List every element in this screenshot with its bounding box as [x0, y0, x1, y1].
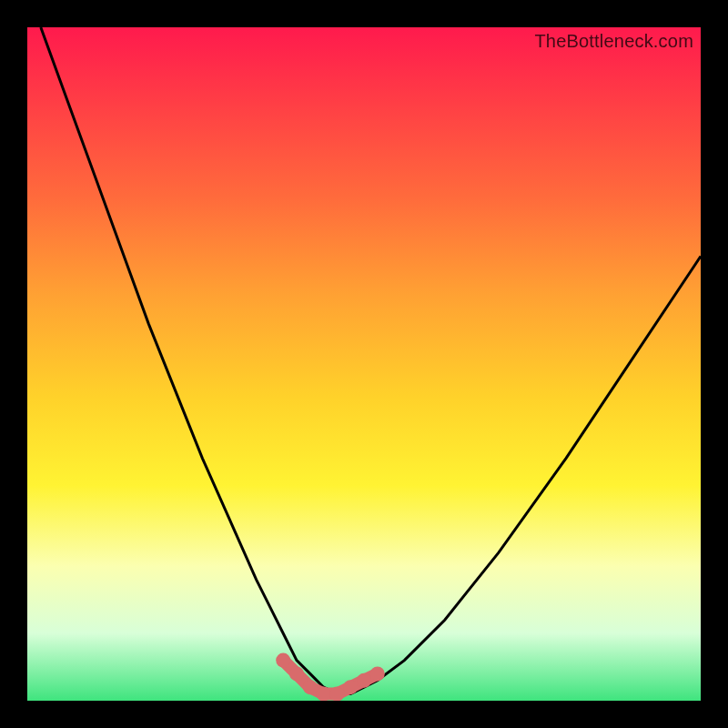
accent-marker-dot — [303, 680, 318, 694]
accent-marker-dot — [289, 666, 304, 681]
accent-marker-dot — [276, 653, 290, 668]
accent-marker-dot — [357, 673, 371, 688]
accent-marker-dot — [370, 666, 385, 681]
bottleneck-curve-path — [41, 27, 701, 694]
accent-marker-dot — [317, 687, 331, 701]
accent-markers — [276, 653, 385, 701]
chart-svg — [27, 27, 701, 701]
accent-marker-dot — [329, 687, 344, 701]
outer-frame: TheBottleneck.com — [0, 0, 728, 728]
accent-marker-dot — [343, 680, 358, 694]
plot-area: TheBottleneck.com — [27, 27, 701, 701]
